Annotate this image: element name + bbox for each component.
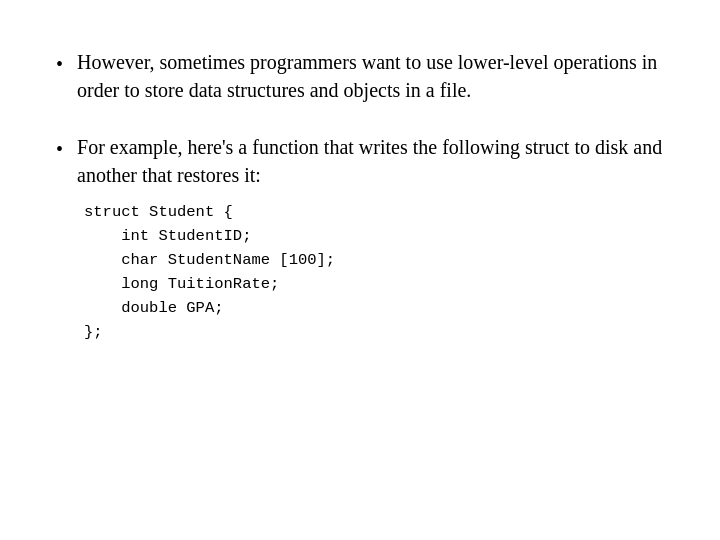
bullet-item-1: • However, sometimes programmers want to… [56, 48, 664, 105]
slide-container: • However, sometimes programmers want to… [0, 0, 720, 540]
bullet-item-2: • For example, here's a function that wr… [56, 133, 664, 344]
bullet-dot-1: • [56, 50, 63, 78]
bullet-text-1: However, sometimes programmers want to u… [77, 48, 664, 105]
bullet-text-2: For example, here's a function that writ… [77, 133, 664, 190]
bullet-dot-2: • [56, 135, 63, 163]
code-block: struct Student { int StudentID; char Stu… [84, 200, 335, 344]
code-section: struct Student { int StudentID; char Stu… [84, 200, 335, 344]
